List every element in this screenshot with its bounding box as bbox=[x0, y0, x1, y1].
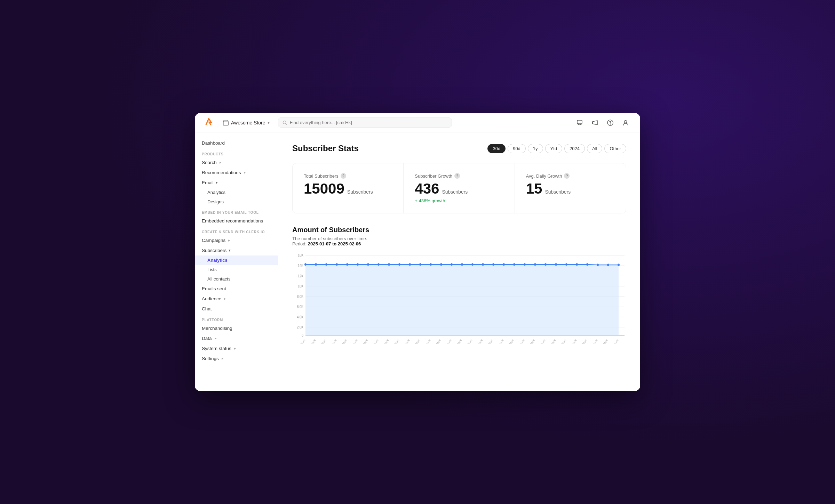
stats-cards: Total Subscribers ? 15009 Subscribers Su… bbox=[292, 163, 626, 213]
sidebar-subitem-email-designs[interactable]: Designs bbox=[195, 197, 278, 206]
svg-text:2.0K: 2.0K bbox=[297, 325, 304, 330]
svg-text:20-01-2025: 20-01-2025 bbox=[431, 339, 442, 344]
sidebar-item-subscribers[interactable]: Subscribers ▾ bbox=[195, 245, 278, 255]
svg-point-46 bbox=[524, 263, 526, 266]
svg-rect-0 bbox=[223, 122, 228, 125]
sidebar-section-create: Create & send with Clerk.io bbox=[195, 226, 278, 235]
stat-value-daily: 15 Subscribers bbox=[526, 181, 615, 196]
stat-card-daily: Avg. Daily Growth ? 15 Subscribers bbox=[515, 163, 626, 213]
sidebar-item-dashboard[interactable]: Dashboard bbox=[195, 138, 278, 148]
page-title: Subscriber Stats bbox=[292, 144, 359, 153]
stat-label-growth: Subscriber Growth ? bbox=[415, 173, 503, 179]
svg-point-51 bbox=[576, 263, 578, 266]
svg-text:05-02-2025: 05-02-2025 bbox=[598, 339, 609, 344]
svg-point-5 bbox=[610, 124, 611, 125]
svg-text:4.0K: 4.0K bbox=[297, 315, 304, 319]
svg-text:08-01-2025: 08-01-2025 bbox=[305, 339, 316, 344]
user-button[interactable] bbox=[619, 116, 632, 129]
svg-text:15-01-2025: 15-01-2025 bbox=[379, 339, 389, 344]
svg-text:17-01-2025: 17-01-2025 bbox=[399, 339, 410, 344]
sidebar-item-data[interactable]: Data ▸ bbox=[195, 333, 278, 343]
svg-point-50 bbox=[565, 263, 567, 266]
sidebar-item-merchandising[interactable]: Merchandising bbox=[195, 323, 278, 333]
time-filter-90d[interactable]: 90d bbox=[508, 144, 526, 153]
time-filter-ytd[interactable]: Ytd bbox=[545, 144, 563, 153]
search-icon bbox=[283, 120, 287, 125]
arrow-icon: ▸ bbox=[234, 346, 236, 351]
topbar: Awesome Store ▾ bbox=[195, 113, 640, 132]
sidebar-item-recommendations[interactable]: Recommendations ▸ bbox=[195, 168, 278, 178]
svg-point-6 bbox=[625, 120, 627, 123]
svg-text:04-02-2025: 04-02-2025 bbox=[587, 339, 598, 344]
sidebar-item-search[interactable]: Search ▸ bbox=[195, 157, 278, 168]
help-button[interactable] bbox=[604, 116, 617, 129]
svg-text:16-01-2025: 16-01-2025 bbox=[389, 339, 400, 344]
arrow-icon: ▸ bbox=[215, 336, 217, 341]
svg-text:12K: 12K bbox=[298, 274, 303, 278]
chart-section: Amount of Subscribers The number of subs… bbox=[292, 226, 626, 344]
svg-point-40 bbox=[461, 263, 463, 266]
svg-text:21-01-2025: 21-01-2025 bbox=[441, 339, 452, 344]
info-icon-total[interactable]: ? bbox=[341, 173, 346, 179]
svg-text:26-01-2025: 26-01-2025 bbox=[493, 339, 504, 344]
search-input[interactable] bbox=[290, 120, 447, 125]
logo[interactable] bbox=[203, 116, 214, 129]
svg-point-37 bbox=[430, 263, 432, 266]
chart-title: Amount of Subscribers bbox=[292, 226, 626, 234]
sidebar-item-email[interactable]: Email ▾ bbox=[195, 178, 278, 188]
svg-text:25-01-2025: 25-01-2025 bbox=[483, 339, 494, 344]
svg-point-44 bbox=[503, 263, 505, 266]
svg-rect-3 bbox=[577, 120, 582, 124]
chevron-down-icon: ▾ bbox=[268, 120, 270, 125]
stat-value-growth: 436 Subscribers bbox=[415, 181, 503, 196]
chevron-down-icon: ▾ bbox=[229, 248, 231, 253]
main-layout: Dashboard Products Search ▸ Recommendati… bbox=[195, 132, 640, 391]
time-filter-all[interactable]: All bbox=[587, 144, 602, 153]
stat-value-total: 15009 Subscribers bbox=[304, 181, 392, 196]
topbar-actions bbox=[573, 116, 632, 129]
search-bar[interactable] bbox=[278, 117, 452, 128]
stat-card-total: Total Subscribers ? 15009 Subscribers bbox=[293, 163, 404, 213]
stat-growth-pct: + 436% growth bbox=[415, 198, 503, 203]
announcements-button[interactable] bbox=[589, 116, 601, 129]
svg-text:27-01-2025: 27-01-2025 bbox=[504, 339, 515, 344]
svg-point-26 bbox=[315, 263, 317, 266]
sidebar-item-embedded-recommendations[interactable]: Embedded recommendations bbox=[195, 216, 278, 226]
sidebar-item-system-status[interactable]: System status ▸ bbox=[195, 343, 278, 353]
svg-text:22-01-2025: 22-01-2025 bbox=[452, 339, 462, 344]
sidebar-subitem-subscribers-analytics[interactable]: Analytics bbox=[195, 255, 278, 265]
time-filter-other[interactable]: Other bbox=[604, 144, 626, 153]
store-selector[interactable]: Awesome Store ▾ bbox=[220, 118, 272, 127]
svg-text:6.0K: 6.0K bbox=[297, 304, 304, 309]
time-filter-2024[interactable]: 2024 bbox=[564, 144, 585, 153]
svg-text:28-01-2025: 28-01-2025 bbox=[514, 339, 525, 344]
svg-point-49 bbox=[555, 263, 557, 266]
arrow-icon: ▸ bbox=[224, 296, 226, 301]
svg-text:10K: 10K bbox=[298, 284, 303, 288]
chart-subtitle: The number of subscribers over time. Per… bbox=[292, 236, 626, 246]
time-filters: 30d90d1yYtd2024AllOther bbox=[487, 144, 626, 153]
sidebar-subitem-all-contacts[interactable]: All contacts bbox=[195, 274, 278, 284]
svg-text:24-01-2025: 24-01-2025 bbox=[472, 339, 483, 344]
time-filter-30d[interactable]: 30d bbox=[487, 144, 506, 153]
sidebar-item-campaigns[interactable]: Campaigns ▸ bbox=[195, 235, 278, 245]
svg-point-33 bbox=[388, 263, 390, 266]
sidebar-item-settings[interactable]: Settings ▸ bbox=[195, 353, 278, 364]
svg-point-43 bbox=[492, 263, 494, 266]
notifications-button[interactable] bbox=[573, 116, 586, 129]
sidebar-section-platform: Platform bbox=[195, 314, 278, 323]
svg-text:10-01-2025: 10-01-2025 bbox=[326, 339, 337, 344]
sidebar-subitem-subscribers-lists[interactable]: Lists bbox=[195, 265, 278, 274]
sidebar-item-emails-sent[interactable]: Emails sent bbox=[195, 284, 278, 294]
arrow-icon: ▸ bbox=[244, 170, 246, 175]
svg-text:8.0K: 8.0K bbox=[297, 294, 304, 299]
info-icon-daily[interactable]: ? bbox=[564, 173, 570, 179]
sidebar-item-audience[interactable]: Audience ▸ bbox=[195, 294, 278, 304]
sidebar-item-chat[interactable]: Chat bbox=[195, 304, 278, 314]
chart-container: 16K 14K 12K 10K 8.0K 6.0K 4.0K 2.0K 0 bbox=[292, 253, 626, 344]
sidebar-subitem-email-analytics[interactable]: Analytics bbox=[195, 188, 278, 197]
time-filter-1y[interactable]: 1y bbox=[528, 144, 543, 153]
svg-text:12-01-2025: 12-01-2025 bbox=[347, 339, 358, 344]
svg-point-36 bbox=[419, 263, 421, 266]
info-icon-growth[interactable]: ? bbox=[454, 173, 460, 179]
